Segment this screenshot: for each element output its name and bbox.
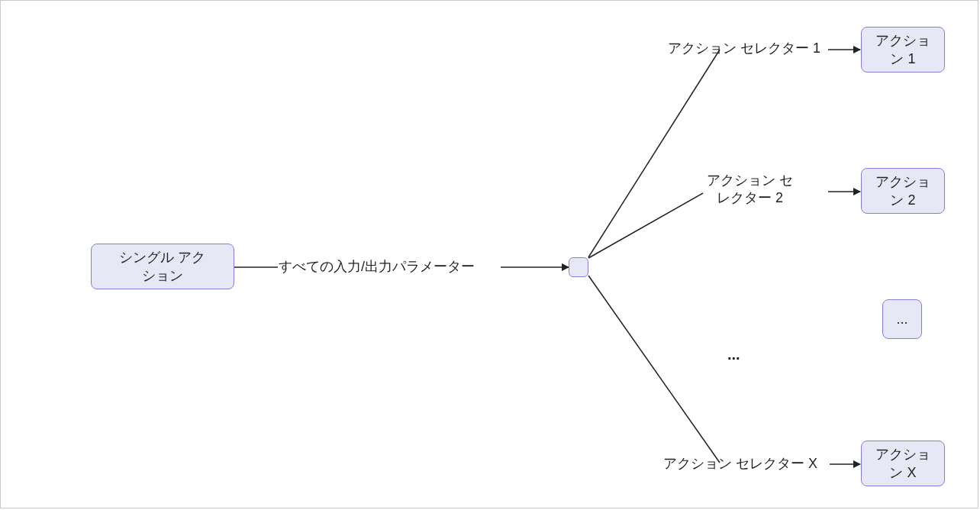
node-label: ... [896,310,907,328]
node-action-1: アクショ ン 1 [861,27,945,73]
node-label: アクショ ン X [875,445,930,483]
label-selector-2: アクション セ レクター 2 [707,172,793,208]
svg-line-3 [588,193,703,258]
node-label: アクショ ン 1 [875,31,930,69]
node-single-action: シングル アク ション [91,244,234,289]
svg-line-2 [588,50,720,257]
node-action-x: アクショ ン X [861,441,945,486]
svg-line-4 [588,276,720,463]
label-selector-1: アクション セレクター 1 [668,40,820,57]
node-action-2: アクショ ン 2 [861,168,945,214]
node-label: アクショ ン 2 [875,173,930,210]
label-selector-x: アクション セレクター X [663,455,817,473]
diagram-canvas: シングル アク ション アクショ ン 1 アクショ ン 2 ... アクショ ン… [0,0,978,508]
label-all-params: すべての入力/出力パラメーター [279,258,475,276]
node-label: シングル アク ション [119,248,205,286]
node-action-ellipsis: ... [882,299,922,339]
hub-node [569,257,588,277]
branch-ellipsis: ... [727,346,740,363]
